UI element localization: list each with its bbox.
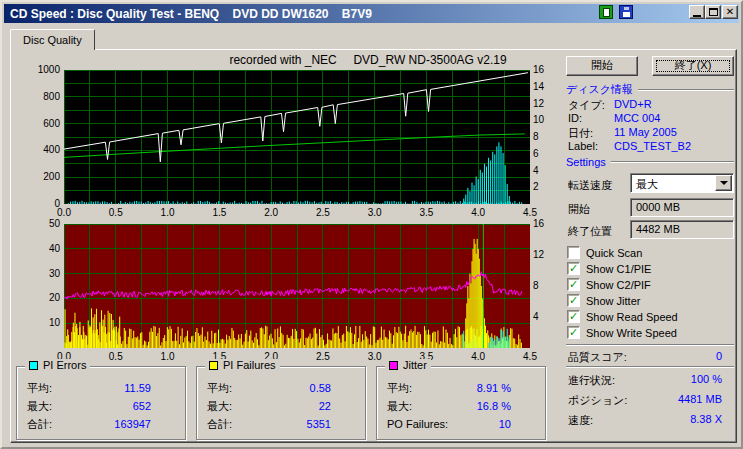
disc-info-label: Label: [568, 140, 598, 152]
start-position-label: 開始 [568, 202, 590, 217]
legend-row-label: 合計: [207, 417, 232, 432]
chevron-down-icon [720, 181, 728, 185]
tick-label: 2.5 [308, 207, 338, 219]
legend-pi-failures: PI Failures 平均:0.58 最大:22 合計:5351 [196, 366, 366, 440]
tick-label: 1.0 [153, 207, 183, 219]
separator [566, 366, 734, 368]
checkbox-box: ✓ [567, 278, 580, 291]
checkbox-label: Quick Scan [586, 247, 642, 259]
legend-pi-errors: PI Errors 平均:11.59 最大:652 合計:163947 [16, 366, 186, 440]
pi-errors-swatch-icon [29, 361, 38, 370]
check-icon: ✓ [569, 327, 578, 337]
maximize-button[interactable] [705, 5, 721, 19]
transfer-speed-combobox[interactable]: 最大 [630, 173, 734, 193]
disc-info-label: 日付: [568, 127, 593, 139]
exit-button[interactable]: 終了(X) [652, 56, 734, 76]
end-position-label: 終了位置 [568, 224, 612, 239]
legend-row: 最大:22 [197, 397, 365, 415]
checkbox-show-read-speed[interactable]: ✓ Show Read Speed [567, 309, 735, 324]
legend-row-value: 10 [499, 418, 511, 430]
legend-row-value: 16.8 % [477, 400, 511, 412]
disc-info-value: DVD+R [614, 98, 652, 110]
checkbox-label: Show C2/PIF [586, 279, 651, 291]
checkbox-box: ✓ [567, 294, 580, 307]
checkbox-show-write-speed[interactable]: ✓ Show Write Speed [567, 325, 735, 340]
status-position-label: ポジション: [568, 393, 627, 408]
tick-label: 4.0 [463, 351, 493, 363]
quality-score-value: 0 [622, 350, 722, 362]
tick-label: 400 [36, 144, 60, 156]
disc-info-value: 11 May 2005 [614, 126, 677, 138]
check-icon: ✓ [569, 295, 578, 305]
disc-info-header-label: ディスク情報 [566, 82, 633, 97]
status-progress-value: 100 % [622, 373, 722, 385]
end-position-field[interactable]: 4482 MB [630, 220, 734, 239]
legend-row: 平均:11.59 [17, 379, 185, 397]
legend-row: 最大:16.8 % [377, 397, 545, 415]
tab-label: Disc Quality [23, 34, 82, 46]
tab-disc-quality[interactable]: Disc Quality [10, 29, 95, 50]
close-icon: ✕ [726, 7, 734, 17]
checkbox-label: Show Write Speed [586, 327, 677, 339]
dropdown-arrow-button[interactable] [715, 175, 732, 191]
end-position-value: 4482 MB [631, 221, 733, 235]
window-title: CD Speed : Disc Quality Test - BENQ DVD … [10, 7, 372, 21]
disc-info-label: タイプ: [568, 99, 605, 111]
legend-row-label: 合計: [27, 417, 52, 432]
minimize-button[interactable] [689, 5, 705, 19]
series-write-speed [64, 73, 528, 162]
transfer-speed-label: 転送速度 [568, 178, 612, 193]
status-position-value: 4481 MB [622, 393, 722, 405]
checkbox-show-jitter[interactable]: ✓ Show Jitter [567, 293, 735, 308]
close-button[interactable]: ✕ [722, 5, 738, 19]
disc-info-row-date: 日付: 11 May 2005 [568, 126, 734, 139]
pi-failures-swatch-icon [209, 361, 218, 370]
copy-icon-page [603, 8, 610, 17]
tick-label: 30 [36, 268, 60, 280]
save-icon-label [623, 12, 630, 17]
separator [611, 161, 734, 163]
legend-title-label: PI Errors [43, 359, 86, 371]
tick-label: 800 [36, 91, 60, 103]
pif-jitter-plot [64, 224, 530, 348]
checkbox-label: Show C1/PIE [586, 263, 651, 275]
legend-row-label: 最大: [387, 399, 412, 414]
tick-label: 3.0 [360, 207, 390, 219]
start-position-field[interactable]: 0000 MB [630, 198, 734, 217]
legend-row-value: 22 [319, 400, 331, 412]
save-icon[interactable] [619, 5, 633, 19]
disc-info-row-label: Label: CDS_TEST_B2 [568, 140, 734, 153]
legend-row-value: 652 [133, 400, 151, 412]
pie-speed-chart: 100080060040020001614121086420.00.51.01.… [36, 70, 542, 222]
disc-info-label: ID: [568, 112, 582, 124]
tick-label: 0.0 [49, 207, 79, 219]
checkbox-box: ✓ [567, 310, 580, 323]
tick-label: 20 [36, 292, 60, 304]
tick-label: 600 [36, 118, 60, 130]
checkbox-show-c1-pie[interactable]: ✓ Show C1/PIE [567, 261, 735, 276]
legend-row-value: 5351 [307, 418, 331, 430]
legend-row: 合計:5351 [197, 415, 365, 433]
legend-row-label: 平均: [207, 381, 232, 396]
combobox-value: 最大 [636, 177, 658, 192]
pif-jitter-chart: 50403020101612840.00.51.01.52.02.53.03.5… [36, 224, 542, 366]
checkbox-show-c2-pif[interactable]: ✓ Show C2/PIF [567, 277, 735, 292]
tick-label: 1.5 [204, 207, 234, 219]
separator [638, 89, 734, 91]
start-position-value: 0000 MB [631, 199, 733, 213]
tick-label: 0.5 [101, 207, 131, 219]
checkbox-label: Show Read Speed [586, 311, 678, 323]
settings-header-label: Settings [566, 156, 606, 168]
recorded-with-note: recorded with _NEC DVD_RW ND-3500AG v2.1… [102, 53, 634, 67]
start-button[interactable]: 開始 [566, 56, 638, 76]
legend-row-label: 平均: [27, 381, 52, 396]
tick-label: 10 [36, 317, 60, 329]
legend-title: Jitter [385, 359, 431, 371]
disc-info-header: ディスク情報 [566, 83, 734, 96]
quality-score-label: 品質スコア: [568, 350, 627, 365]
legend-row-value: 8.91 % [477, 382, 511, 394]
checkbox-quick-scan[interactable]: ✓ Quick Scan [567, 245, 735, 260]
legend-row: 最大:652 [17, 397, 185, 415]
check-icon: ✓ [569, 279, 578, 289]
copy-icon[interactable] [599, 5, 613, 19]
